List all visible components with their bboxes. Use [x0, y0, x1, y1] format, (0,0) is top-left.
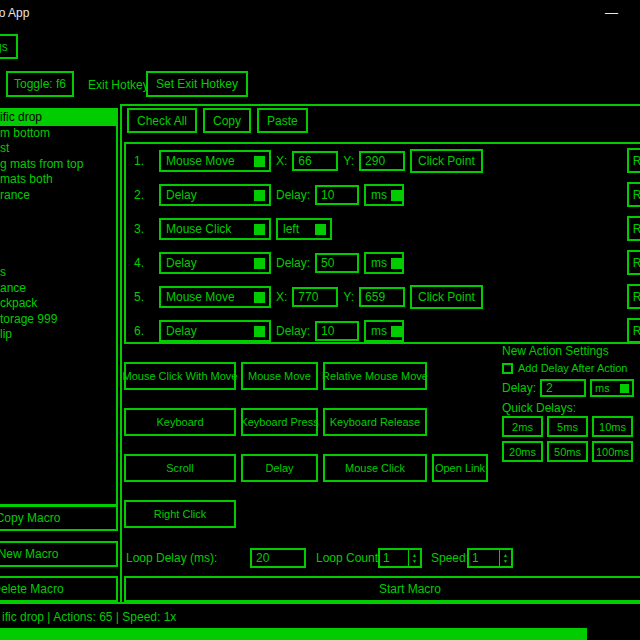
loop-delay-label: Loop Delay (ms): [126, 551, 217, 565]
separator-line [0, 602, 640, 604]
window-title: Macro App [0, 6, 29, 20]
quick-delay-2ms-button[interactable]: 2ms [502, 416, 543, 437]
new-action-delay-unit-dropdown[interactable]: ms [590, 379, 634, 397]
quick-delay-10ms-button[interactable]: 10ms [592, 416, 633, 437]
remove-button[interactable]: Remove [627, 148, 640, 173]
new-action-delay-input[interactable] [540, 379, 586, 397]
start-macro-button[interactable]: Start Macro [124, 576, 640, 602]
add-delay-button[interactable]: Delay [241, 454, 318, 482]
speed-label: Speed: [431, 551, 469, 565]
remove-button[interactable]: Remove [627, 182, 640, 207]
dropdown-indicator-icon [254, 258, 265, 269]
mouse-button-dropdown[interactable]: left [276, 218, 332, 240]
quick-delay-20ms-button[interactable]: 20ms [502, 441, 543, 462]
set-exit-hotkey-button[interactable]: Set Exit Hotkey [146, 71, 248, 97]
loop-delay-input[interactable] [250, 548, 306, 568]
action-row: 1. Mouse Move X: Y: Click Point Remove [126, 144, 640, 178]
status-bar: ific drop | Actions: 65 | Speed: 1x [2, 610, 176, 624]
action-row: 2. Delay Delay: ms Remove [126, 178, 640, 212]
quick-delay-100ms-button[interactable]: 100ms [592, 441, 633, 462]
delay-input[interactable] [315, 321, 359, 341]
action-type-dropdown[interactable]: Mouse Move [159, 150, 271, 172]
remove-button[interactable]: Remove [627, 216, 640, 241]
paste-button[interactable]: Paste [257, 108, 308, 133]
macro-list-item[interactable] [0, 219, 116, 235]
toggle-hotkey-button[interactable]: Toggle: f6 [6, 71, 74, 97]
delay-unit-dropdown[interactable]: ms [364, 184, 404, 206]
dropdown-indicator-icon [315, 224, 326, 235]
macro-list-item[interactable]: s [0, 265, 116, 281]
speed-stepper[interactable]: 1 ▲ ▼ [467, 548, 513, 568]
macro-list-item[interactable]: m bottom [0, 126, 116, 142]
macro-list-item[interactable]: g mats from top [0, 157, 116, 173]
add-right-click-button[interactable]: Right Click [124, 500, 236, 528]
delay-unit-value: ms [371, 188, 387, 202]
delay-input[interactable] [315, 253, 359, 273]
action-row: 4. Delay Delay: ms Remove [126, 246, 640, 280]
spin-down-icon[interactable]: ▼ [412, 558, 417, 564]
action-index: 2. [134, 188, 154, 202]
loop-count-value: 1 [380, 550, 408, 566]
delay-input[interactable] [315, 185, 359, 205]
macro-list-item[interactable]: rance [0, 188, 116, 204]
action-index: 6. [134, 324, 154, 338]
x-input[interactable] [292, 287, 338, 307]
macro-list-item[interactable] [0, 250, 116, 266]
delay-unit-dropdown[interactable]: ms [364, 320, 404, 342]
add-keyboard-release-button[interactable]: Keyboard Release [323, 408, 427, 436]
macro-list-item[interactable]: torage 999 [0, 312, 116, 328]
add-mouse-move-button[interactable]: Mouse Move [241, 362, 318, 390]
y-label: Y: [343, 154, 354, 168]
action-type-dropdown[interactable]: Delay [159, 320, 271, 342]
action-index: 1. [134, 154, 154, 168]
action-type-value: Mouse Move [166, 154, 235, 168]
click-point-button[interactable]: Click Point [410, 149, 483, 173]
dropdown-indicator-icon [254, 190, 265, 201]
macro-list-item[interactable]: ific drop [0, 110, 116, 126]
x-input[interactable] [292, 151, 338, 171]
new-action-delay-label: Delay: [502, 381, 536, 395]
macro-list-item[interactable]: mats both [0, 172, 116, 188]
add-relative-mouse-move-button[interactable]: Relative Mouse Move [323, 362, 427, 390]
macro-list-item[interactable]: lip [0, 327, 116, 343]
action-type-dropdown[interactable]: Mouse Click [159, 218, 271, 240]
action-type-dropdown[interactable]: Delay [159, 184, 271, 206]
action-list: 1. Mouse Move X: Y: Click Point Remove 2… [124, 142, 640, 344]
add-mouse-click-with-move-button[interactable]: Mouse Click With Move [124, 362, 236, 390]
remove-button[interactable]: Remove [627, 318, 640, 343]
macro-list-item[interactable]: st [0, 141, 116, 157]
delay-unit-dropdown[interactable]: ms [364, 252, 404, 274]
click-point-button[interactable]: Click Point [410, 285, 483, 309]
spin-down-icon[interactable]: ▼ [503, 558, 508, 564]
macro-list-item[interactable] [0, 234, 116, 250]
speed-value: 1 [469, 550, 499, 566]
y-input[interactable] [359, 151, 405, 171]
action-type-dropdown[interactable]: Delay [159, 252, 271, 274]
quick-delay-5ms-button[interactable]: 5ms [547, 416, 588, 437]
delete-macro-button[interactable]: Delete Macro [0, 576, 118, 602]
check-all-button[interactable]: Check All [127, 108, 197, 133]
loop-count-stepper[interactable]: 1 ▲ ▼ [378, 548, 422, 568]
new-macro-button[interactable]: New Macro [0, 541, 118, 567]
action-type-dropdown[interactable]: Mouse Move [159, 286, 271, 308]
add-keyboard-press-button[interactable]: Keyboard Press [241, 408, 318, 436]
tab-settings[interactable]: Settings [0, 34, 18, 59]
add-delay-after-action-checkbox[interactable] [502, 363, 513, 374]
minimize-button[interactable]: — [599, 3, 624, 22]
quick-delays-label: Quick Delays: [502, 401, 640, 414]
add-mouse-click-button[interactable]: Mouse Click [323, 454, 427, 482]
add-open-link-button[interactable]: Open Link [432, 454, 488, 482]
bottom-bar [0, 628, 640, 640]
quick-delay-50ms-button[interactable]: 50ms [547, 441, 588, 462]
action-index: 3. [134, 222, 154, 236]
add-scroll-button[interactable]: Scroll [124, 454, 236, 482]
macro-list-item[interactable]: ance [0, 281, 116, 297]
add-keyboard-button[interactable]: Keyboard [124, 408, 236, 436]
copy-macro-button[interactable]: Copy Macro [0, 505, 118, 531]
y-input[interactable] [359, 287, 405, 307]
remove-button[interactable]: Remove [627, 250, 640, 275]
remove-button[interactable]: Remove [627, 284, 640, 309]
copy-button[interactable]: Copy [203, 108, 251, 133]
macro-list-item[interactable] [0, 203, 116, 219]
macro-list-item[interactable]: ckpack [0, 296, 116, 312]
